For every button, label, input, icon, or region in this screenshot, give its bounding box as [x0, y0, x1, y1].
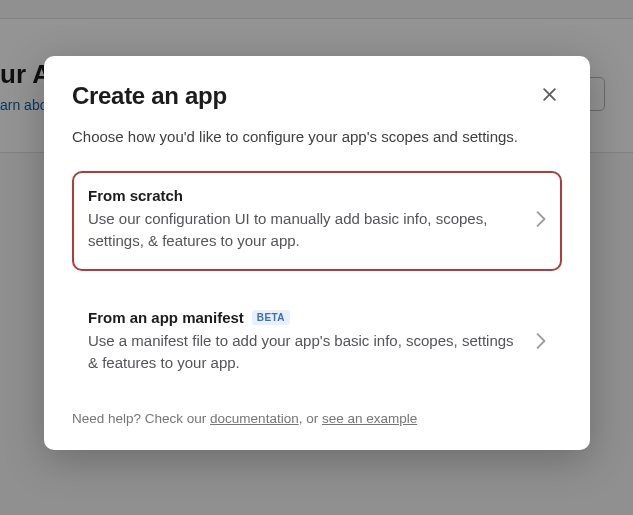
modal-header: Create an app — [72, 82, 562, 110]
option-title-row: From scratch — [88, 187, 516, 204]
option-title: From scratch — [88, 187, 183, 204]
documentation-link[interactable]: documentation — [210, 411, 299, 426]
option-description: Use a manifest file to add your app's ba… — [88, 330, 516, 375]
help-text: Need help? Check our documentation, or s… — [72, 411, 562, 426]
modal-title: Create an app — [72, 82, 227, 110]
close-button[interactable] — [537, 82, 562, 110]
help-prefix: Need help? Check our — [72, 411, 210, 426]
beta-badge: BETA — [252, 310, 290, 325]
close-icon — [541, 86, 558, 106]
option-from-manifest[interactable]: From an app manifest BETA Use a manifest… — [72, 293, 562, 393]
chevron-right-icon — [536, 333, 546, 353]
help-middle: , or — [299, 411, 322, 426]
option-description: Use our configuration UI to manually add… — [88, 208, 516, 253]
see-example-link[interactable]: see an example — [322, 411, 417, 426]
create-app-modal: Create an app Choose how you'd like to c… — [44, 56, 590, 450]
option-from-scratch[interactable]: From scratch Use our configuration UI to… — [72, 171, 562, 271]
chevron-right-icon — [536, 211, 546, 231]
modal-subtitle: Choose how you'd like to configure your … — [72, 126, 562, 149]
option-title: From an app manifest — [88, 309, 244, 326]
option-title-row: From an app manifest BETA — [88, 309, 516, 326]
